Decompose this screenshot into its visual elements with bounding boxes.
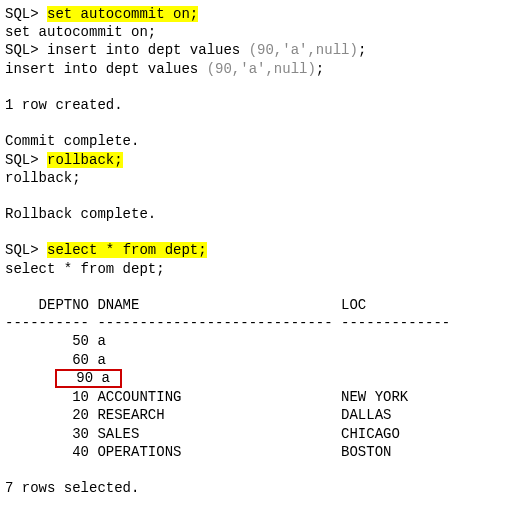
echo-line: rollback; bbox=[5, 170, 81, 186]
table-row: 10 ACCOUNTING NEW YORK bbox=[5, 389, 408, 405]
command-highlighted: rollback; bbox=[47, 152, 123, 168]
echo-line: select * from dept; bbox=[5, 261, 165, 277]
table-header: DEPTNO DNAME LOC bbox=[5, 297, 366, 313]
semicolon: ; bbox=[358, 42, 366, 58]
prompt: SQL> bbox=[5, 42, 39, 58]
command-highlighted: set autocommit on; bbox=[47, 6, 198, 22]
table-row-boxed: 90 a bbox=[59, 370, 118, 386]
command: insert into dept values bbox=[47, 42, 240, 58]
table-row: 40 OPERATIONS BOSTON bbox=[5, 444, 391, 460]
prompt: SQL> bbox=[5, 152, 39, 168]
table-row: 20 RESEARCH DALLAS bbox=[5, 407, 391, 423]
output: 7 rows selected. bbox=[5, 480, 139, 496]
command-highlighted: select * from dept; bbox=[47, 242, 207, 258]
prompt: SQL> bbox=[5, 242, 39, 258]
values-part: (90,'a',null) bbox=[207, 61, 316, 77]
prompt: SQL> bbox=[5, 6, 39, 22]
output: 1 row created. bbox=[5, 97, 123, 113]
output: Rollback complete. bbox=[5, 206, 156, 222]
table-row: 60 a bbox=[5, 352, 106, 368]
echo-line: insert into dept values bbox=[5, 61, 198, 77]
values-part: (90,'a',null) bbox=[249, 42, 358, 58]
table-row-prefix bbox=[5, 370, 55, 386]
table-row: 30 SALES CHICAGO bbox=[5, 426, 400, 442]
table-divider: ---------- ---------------------------- … bbox=[5, 315, 450, 331]
echo-line: set autocommit on; bbox=[5, 24, 156, 40]
semicolon: ; bbox=[316, 61, 324, 77]
highlighted-row-box: 90 a bbox=[55, 369, 122, 388]
table-row: 50 a bbox=[5, 333, 106, 349]
output: Commit complete. bbox=[5, 133, 139, 149]
